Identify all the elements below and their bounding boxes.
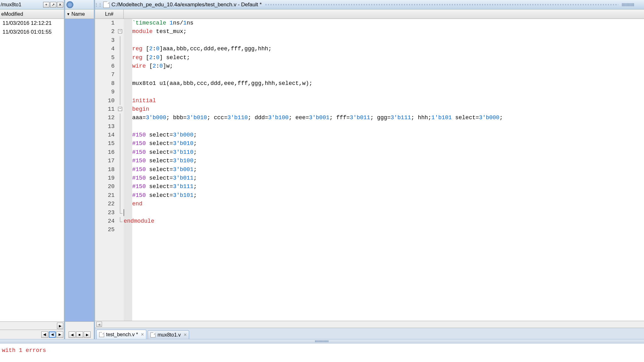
file-browser-title-bar[interactable]: /mux8to1 + ↗ ✕	[0, 0, 64, 9]
fold-gutter[interactable]: −−	[117, 19, 124, 321]
nav-prev-icon[interactable]: ◀	[69, 331, 76, 338]
nav-next-icon[interactable]: ▶	[56, 331, 63, 338]
editor-tabs: test_bench.v * ✕ mux8to1.v ✕	[95, 328, 644, 339]
editor-tab-test-bench[interactable]: test_bench.v * ✕	[96, 330, 146, 339]
code-text[interactable]: `timescale 1ns/1nsmodule test_mux;reg [2…	[132, 19, 644, 321]
grip-icon	[315, 340, 329, 342]
editor-tab-mux8to1[interactable]: mux8to1.v ✕	[148, 330, 189, 339]
scroll-right-icon[interactable]: ▶	[57, 323, 63, 329]
line-number-header: Ln#	[95, 9, 644, 19]
horizontal-splitter[interactable]	[0, 339, 644, 343]
dock-plus-icon[interactable]: +	[43, 2, 49, 8]
document-icon	[150, 332, 155, 337]
title-decoration	[265, 4, 618, 5]
column-header-name[interactable]: ▼ Name	[65, 9, 94, 19]
code-editor[interactable]: 1234567891011121314151617181920212223242…	[95, 19, 644, 321]
structure-panel: ▼ Name ◀ ■ ▶	[65, 0, 95, 339]
file-browser-title: /mux8to1	[1, 2, 21, 8]
document-icon	[103, 2, 110, 8]
file-row[interactable]: 11/03/2016 12:12:21	[0, 19, 64, 28]
nav-prev-icon[interactable]: ◀	[49, 331, 56, 338]
close-tab-icon[interactable]: ✕	[141, 332, 144, 337]
file-row[interactable]: 11/03/2016 01:01:55	[0, 28, 64, 36]
editor-file-path: C:/Modeltech_pe_edu_10.4a/examples/test_…	[111, 2, 262, 8]
close-tab-icon[interactable]: ✕	[184, 332, 187, 337]
nav-first-icon[interactable]: ◀|	[41, 331, 48, 338]
structure-body[interactable]	[65, 19, 94, 321]
editor-pane: ⋮⋮ C:/Modeltech_pe_edu_10.4a/examples/te…	[95, 0, 644, 339]
file-browser-rows: 11/03/2016 12:12:21 11/03/2016 01:01:55	[0, 19, 64, 321]
editor-h-scrollbar[interactable]: ◀	[95, 321, 644, 328]
gear-icon	[66, 1, 73, 8]
nav-stop-icon[interactable]: ■	[76, 331, 83, 338]
transcript-console[interactable]: with 1 errors	[0, 343, 644, 354]
editor-title-bar[interactable]: ⋮⋮ C:/Modeltech_pe_edu_10.4a/examples/te…	[95, 0, 644, 9]
close-panel-icon[interactable]: ✕	[57, 2, 63, 8]
indent-guide	[124, 19, 132, 321]
grip-icon[interactable]: ⋮⋮	[95, 3, 101, 7]
line-number-gutter: 1234567891011121314151617181920212223242…	[95, 19, 117, 321]
h-scrollbar[interactable]: ▶	[0, 321, 64, 330]
structure-nav: ◀ ■ ▶	[65, 321, 94, 339]
error-text: with 1 errors	[2, 347, 46, 354]
nav-next-icon[interactable]: ▶	[84, 331, 91, 338]
panel-nav-bar: ◀| ◀ ▶	[0, 330, 64, 339]
ln-header-label[interactable]: Ln#	[95, 9, 124, 19]
document-icon	[99, 332, 104, 337]
scroll-left-icon[interactable]: ◀	[96, 322, 102, 327]
column-header-modified[interactable]: eModified	[0, 9, 64, 19]
structure-title-bar[interactable]	[65, 0, 94, 9]
title-grip-icon[interactable]	[622, 3, 635, 6]
sort-triangle-icon: ▼	[66, 12, 70, 16]
popout-icon[interactable]: ↗	[50, 2, 56, 8]
file-browser-panel: /mux8to1 + ↗ ✕ eModified 11/03/2016 12:1…	[0, 0, 65, 339]
